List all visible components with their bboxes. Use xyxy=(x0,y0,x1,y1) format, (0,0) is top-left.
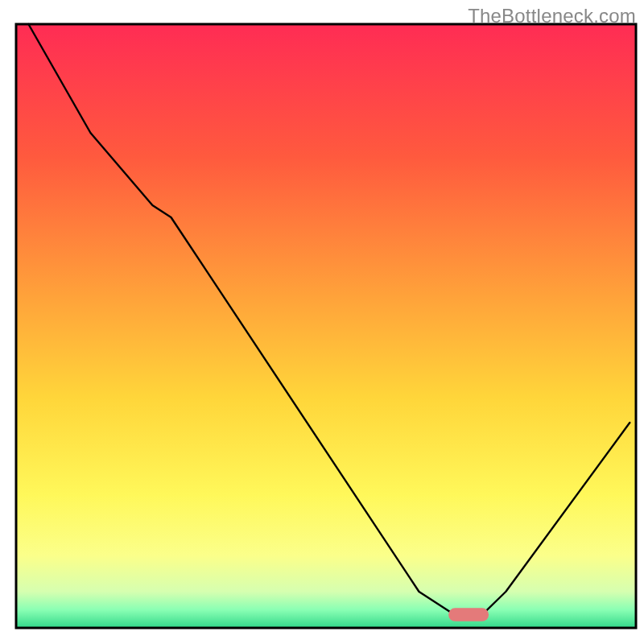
optimal-zone-marker xyxy=(448,608,489,621)
chart-container: TheBottleneck.com xyxy=(0,0,644,644)
plot-background xyxy=(16,24,636,628)
chart-svg xyxy=(0,0,644,644)
watermark-text: TheBottleneck.com xyxy=(468,5,636,27)
